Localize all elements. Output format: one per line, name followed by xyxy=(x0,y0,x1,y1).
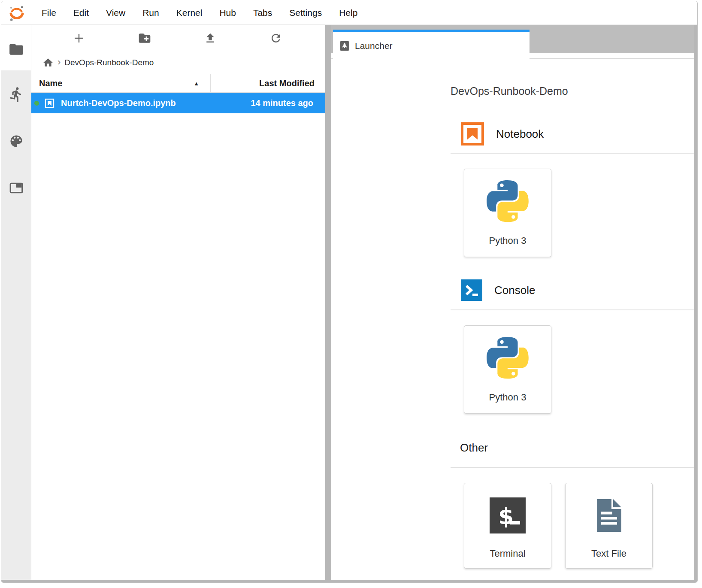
card-label: Python 3 xyxy=(489,235,526,246)
file-browser-toolbar xyxy=(31,25,325,52)
sidebar-item-open-tabs[interactable] xyxy=(1,180,31,196)
launcher-card-console-python3[interactable]: Python 3 xyxy=(464,325,551,414)
section-divider xyxy=(451,467,694,468)
new-folder-button[interactable] xyxy=(136,30,153,47)
breadcrumb-separator: › xyxy=(57,57,61,68)
running-icon xyxy=(8,86,24,103)
section-divider xyxy=(451,153,694,154)
notebook-section-label: Notebook xyxy=(496,127,544,141)
listing-header: Name ▲ Last Modified xyxy=(31,74,325,93)
console-section-label: Console xyxy=(494,284,535,297)
upload-icon xyxy=(204,32,217,45)
jupyter-logo-icon xyxy=(8,4,25,21)
new-folder-icon xyxy=(138,31,151,45)
menu-file[interactable]: File xyxy=(33,1,65,24)
kernel-running-dot xyxy=(34,101,39,106)
menu-settings[interactable]: Settings xyxy=(281,1,330,24)
breadcrumb-current-folder[interactable]: DevOps-Runbook-Demo xyxy=(64,58,154,67)
launcher-section-console: Console Python 3 xyxy=(451,279,694,414)
menu-help[interactable]: Help xyxy=(330,1,366,24)
other-section-header: Other xyxy=(460,441,694,455)
file-last-modified: 14 minutes ago xyxy=(176,98,325,108)
menu-run[interactable]: Run xyxy=(134,1,168,24)
menu-hub[interactable]: Hub xyxy=(211,1,245,24)
launcher-panel: DevOps-Runbook-Demo Notebook xyxy=(331,60,694,580)
sort-ascending-icon: ▲ xyxy=(194,80,199,87)
launcher-cwd-title: DevOps-Runbook-Demo xyxy=(451,85,694,97)
app-shell: › DevOps-Runbook-Demo Name ▲ Last Modifi… xyxy=(1,25,697,582)
menu-view[interactable]: View xyxy=(97,1,134,24)
file-name: Nurtch-DevOps-Demo.ipynb xyxy=(61,98,176,108)
palette-icon xyxy=(9,133,24,149)
python-logo xyxy=(487,337,529,379)
launcher-card-text-file[interactable]: Text File xyxy=(565,483,653,569)
notebook-icon xyxy=(461,122,484,145)
menu-tabs[interactable]: Tabs xyxy=(245,1,281,24)
tab-launcher[interactable]: Launcher xyxy=(333,30,530,59)
launcher-section-other: Other $ Terminal xyxy=(451,441,694,569)
folder-icon xyxy=(8,41,24,58)
refresh-button[interactable] xyxy=(267,30,284,47)
file-browser-panel: › DevOps-Runbook-Demo Name ▲ Last Modifi… xyxy=(31,25,325,580)
card-label: Python 3 xyxy=(489,392,526,403)
sidebar-item-commands[interactable] xyxy=(1,133,31,149)
card-label: Terminal xyxy=(490,548,525,559)
launcher-card-terminal[interactable]: $ Terminal xyxy=(464,483,551,569)
home-icon[interactable] xyxy=(42,57,54,68)
main-dock-panel: Launcher DevOps-Runbook-Demo Noteboo xyxy=(331,25,694,580)
plus-icon xyxy=(72,31,86,45)
notebook-section-header: Notebook xyxy=(461,122,694,145)
python-logo xyxy=(487,180,529,222)
column-header-last-modified[interactable]: Last Modified xyxy=(211,79,325,88)
jupyterlab-window: File Edit View Run Kernel Hub Tabs Setti… xyxy=(1,1,698,583)
breadcrumb: › DevOps-Runbook-Demo xyxy=(31,52,325,74)
column-header-name[interactable]: Name ▲ xyxy=(31,74,211,92)
tab-launcher-label: Launcher xyxy=(355,41,393,51)
svg-text:$: $ xyxy=(498,503,514,529)
file-row-selected[interactable]: Nurtch-DevOps-Demo.ipynb 14 minutes ago xyxy=(31,93,325,113)
sidebar-item-file-browser[interactable] xyxy=(1,41,31,58)
tabs-icon xyxy=(9,180,24,196)
launcher-card-notebook-python3[interactable]: Python 3 xyxy=(464,169,551,257)
dock-tab-bar: Launcher xyxy=(331,25,694,59)
upload-button[interactable] xyxy=(202,30,219,47)
menu-bar: File Edit View Run Kernel Hub Tabs Setti… xyxy=(1,1,697,24)
menu-edit[interactable]: Edit xyxy=(65,1,97,24)
launcher-section-notebook: Notebook Python 3 xyxy=(451,122,694,257)
text-file-icon xyxy=(591,497,627,533)
console-section-header: Console xyxy=(461,279,694,301)
card-label: Text File xyxy=(591,548,626,559)
notebook-file-icon xyxy=(44,97,55,109)
name-column-label: Name xyxy=(39,79,62,88)
menu-kernel[interactable]: Kernel xyxy=(168,1,211,24)
other-section-label: Other xyxy=(460,441,488,455)
terminal-icon: $ xyxy=(490,497,526,533)
new-launcher-button[interactable] xyxy=(70,30,88,47)
refresh-icon xyxy=(269,32,282,45)
console-icon xyxy=(461,279,482,301)
sidebar-item-running[interactable] xyxy=(1,86,31,103)
launcher-icon xyxy=(340,41,349,51)
section-divider xyxy=(451,309,694,310)
activity-bar xyxy=(1,25,31,580)
